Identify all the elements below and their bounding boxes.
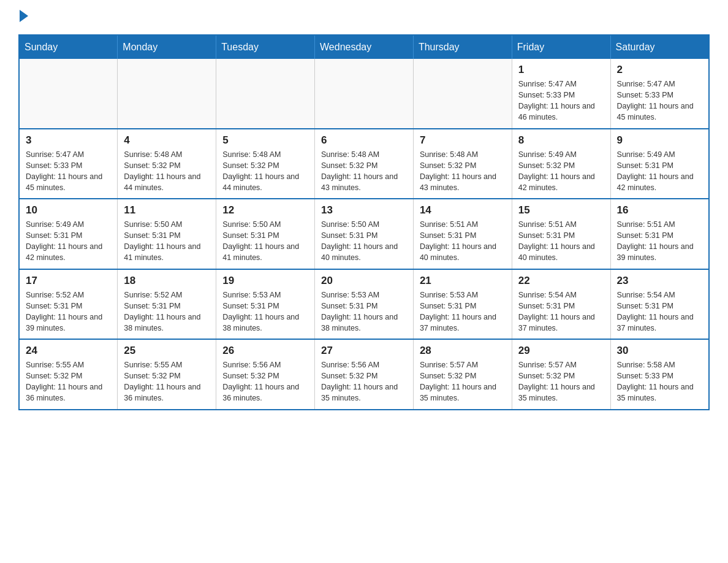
column-header-monday: Monday	[118, 35, 216, 59]
calendar-cell: 2Sunrise: 5:47 AMSunset: 5:33 PMDaylight…	[610, 59, 709, 129]
day-number: 30	[617, 345, 702, 357]
day-info: Sunrise: 5:48 AMSunset: 5:32 PMDaylight:…	[321, 149, 407, 194]
calendar-header-row: SundayMondayTuesdayWednesdayThursdayFrid…	[19, 35, 709, 59]
day-info: Sunrise: 5:51 AMSunset: 5:31 PMDaylight:…	[420, 219, 506, 264]
calendar-cell: 14Sunrise: 5:51 AMSunset: 5:31 PMDayligh…	[413, 199, 512, 269]
calendar-cell: 25Sunrise: 5:55 AMSunset: 5:32 PMDayligh…	[118, 339, 216, 410]
day-number: 3	[26, 134, 111, 147]
day-info: Sunrise: 5:56 AMSunset: 5:32 PMDaylight:…	[321, 359, 407, 404]
day-number: 28	[420, 345, 506, 357]
calendar-week-4: 17Sunrise: 5:52 AMSunset: 5:31 PMDayligh…	[19, 269, 709, 340]
day-info: Sunrise: 5:47 AMSunset: 5:33 PMDaylight:…	[26, 149, 111, 194]
calendar-cell: 13Sunrise: 5:50 AMSunset: 5:31 PMDayligh…	[315, 199, 414, 269]
page-header	[18, 12, 710, 22]
day-number: 26	[222, 345, 308, 357]
day-info: Sunrise: 5:49 AMSunset: 5:32 PMDaylight:…	[518, 149, 604, 194]
day-info: Sunrise: 5:58 AMSunset: 5:33 PMDaylight:…	[617, 359, 702, 404]
calendar-cell	[216, 59, 315, 129]
calendar-week-2: 3Sunrise: 5:47 AMSunset: 5:33 PMDaylight…	[19, 129, 709, 199]
calendar-cell: 5Sunrise: 5:48 AMSunset: 5:32 PMDaylight…	[216, 129, 315, 199]
day-info: Sunrise: 5:56 AMSunset: 5:32 PMDaylight:…	[222, 359, 308, 404]
day-number: 22	[518, 275, 604, 287]
day-number: 2	[617, 64, 702, 76]
day-number: 18	[124, 275, 210, 287]
day-info: Sunrise: 5:51 AMSunset: 5:31 PMDaylight:…	[518, 219, 604, 264]
day-info: Sunrise: 5:55 AMSunset: 5:32 PMDaylight:…	[26, 359, 111, 404]
logo-triangle-icon	[20, 10, 28, 22]
calendar-cell: 4Sunrise: 5:48 AMSunset: 5:32 PMDaylight…	[118, 129, 216, 199]
day-number: 17	[26, 275, 111, 287]
calendar-cell: 19Sunrise: 5:53 AMSunset: 5:31 PMDayligh…	[216, 269, 315, 340]
day-number: 16	[617, 204, 702, 216]
day-info: Sunrise: 5:57 AMSunset: 5:32 PMDaylight:…	[518, 359, 604, 404]
calendar-cell: 9Sunrise: 5:49 AMSunset: 5:31 PMDaylight…	[610, 129, 709, 199]
calendar-cell: 15Sunrise: 5:51 AMSunset: 5:31 PMDayligh…	[512, 199, 610, 269]
day-info: Sunrise: 5:52 AMSunset: 5:31 PMDaylight:…	[26, 289, 111, 334]
calendar-cell: 17Sunrise: 5:52 AMSunset: 5:31 PMDayligh…	[19, 269, 118, 340]
day-number: 10	[26, 204, 111, 216]
calendar-cell: 28Sunrise: 5:57 AMSunset: 5:32 PMDayligh…	[413, 339, 512, 410]
calendar-cell: 26Sunrise: 5:56 AMSunset: 5:32 PMDayligh…	[216, 339, 315, 410]
calendar-week-5: 24Sunrise: 5:55 AMSunset: 5:32 PMDayligh…	[19, 339, 709, 410]
day-info: Sunrise: 5:53 AMSunset: 5:31 PMDaylight:…	[222, 289, 308, 334]
day-info: Sunrise: 5:47 AMSunset: 5:33 PMDaylight:…	[518, 79, 604, 123]
day-number: 11	[124, 204, 210, 216]
day-number: 14	[420, 204, 506, 216]
calendar-cell: 29Sunrise: 5:57 AMSunset: 5:32 PMDayligh…	[512, 339, 610, 410]
day-info: Sunrise: 5:53 AMSunset: 5:31 PMDaylight:…	[420, 289, 506, 334]
calendar-cell	[118, 59, 216, 129]
calendar-cell: 16Sunrise: 5:51 AMSunset: 5:31 PMDayligh…	[610, 199, 709, 269]
day-number: 20	[321, 275, 407, 287]
day-info: Sunrise: 5:50 AMSunset: 5:31 PMDaylight:…	[321, 219, 407, 264]
day-info: Sunrise: 5:47 AMSunset: 5:33 PMDaylight:…	[617, 79, 702, 123]
calendar-cell: 11Sunrise: 5:50 AMSunset: 5:31 PMDayligh…	[118, 199, 216, 269]
calendar-week-3: 10Sunrise: 5:49 AMSunset: 5:31 PMDayligh…	[19, 199, 709, 269]
calendar-cell: 21Sunrise: 5:53 AMSunset: 5:31 PMDayligh…	[413, 269, 512, 340]
column-header-tuesday: Tuesday	[216, 35, 315, 59]
day-info: Sunrise: 5:50 AMSunset: 5:31 PMDaylight:…	[222, 219, 308, 264]
day-info: Sunrise: 5:53 AMSunset: 5:31 PMDaylight:…	[321, 289, 407, 334]
column-header-thursday: Thursday	[413, 35, 512, 59]
day-number: 1	[518, 64, 604, 76]
column-header-friday: Friday	[512, 35, 610, 59]
day-number: 4	[124, 134, 210, 147]
day-info: Sunrise: 5:54 AMSunset: 5:31 PMDaylight:…	[617, 289, 702, 334]
day-info: Sunrise: 5:50 AMSunset: 5:31 PMDaylight:…	[124, 219, 210, 264]
day-info: Sunrise: 5:48 AMSunset: 5:32 PMDaylight:…	[124, 149, 210, 194]
day-info: Sunrise: 5:48 AMSunset: 5:32 PMDaylight:…	[222, 149, 308, 194]
calendar-cell: 20Sunrise: 5:53 AMSunset: 5:31 PMDayligh…	[315, 269, 414, 340]
day-info: Sunrise: 5:57 AMSunset: 5:32 PMDaylight:…	[420, 359, 506, 404]
day-number: 25	[124, 345, 210, 357]
calendar-cell: 12Sunrise: 5:50 AMSunset: 5:31 PMDayligh…	[216, 199, 315, 269]
calendar-cell	[413, 59, 512, 129]
column-header-saturday: Saturday	[610, 35, 709, 59]
day-number: 23	[617, 275, 702, 287]
day-info: Sunrise: 5:48 AMSunset: 5:32 PMDaylight:…	[420, 149, 506, 194]
calendar-cell: 3Sunrise: 5:47 AMSunset: 5:33 PMDaylight…	[19, 129, 118, 199]
logo	[18, 12, 28, 22]
calendar-cell: 23Sunrise: 5:54 AMSunset: 5:31 PMDayligh…	[610, 269, 709, 340]
calendar-cell: 10Sunrise: 5:49 AMSunset: 5:31 PMDayligh…	[19, 199, 118, 269]
day-number: 21	[420, 275, 506, 287]
calendar-cell	[19, 59, 118, 129]
calendar-cell: 22Sunrise: 5:54 AMSunset: 5:31 PMDayligh…	[512, 269, 610, 340]
calendar-week-1: 1Sunrise: 5:47 AMSunset: 5:33 PMDaylight…	[19, 59, 709, 129]
day-number: 9	[617, 134, 702, 147]
calendar-cell	[315, 59, 414, 129]
calendar-cell: 1Sunrise: 5:47 AMSunset: 5:33 PMDaylight…	[512, 59, 610, 129]
day-info: Sunrise: 5:51 AMSunset: 5:31 PMDaylight:…	[617, 219, 702, 264]
day-number: 29	[518, 345, 604, 357]
calendar-cell: 30Sunrise: 5:58 AMSunset: 5:33 PMDayligh…	[610, 339, 709, 410]
day-number: 24	[26, 345, 111, 357]
calendar-cell: 7Sunrise: 5:48 AMSunset: 5:32 PMDaylight…	[413, 129, 512, 199]
day-number: 13	[321, 204, 407, 216]
day-info: Sunrise: 5:54 AMSunset: 5:31 PMDaylight:…	[518, 289, 604, 334]
calendar-cell: 18Sunrise: 5:52 AMSunset: 5:31 PMDayligh…	[118, 269, 216, 340]
day-number: 27	[321, 345, 407, 357]
calendar-table: SundayMondayTuesdayWednesdayThursdayFrid…	[18, 34, 710, 410]
day-info: Sunrise: 5:49 AMSunset: 5:31 PMDaylight:…	[617, 149, 702, 194]
day-info: Sunrise: 5:55 AMSunset: 5:32 PMDaylight:…	[124, 359, 210, 404]
day-number: 6	[321, 134, 407, 147]
day-number: 7	[420, 134, 506, 147]
day-info: Sunrise: 5:52 AMSunset: 5:31 PMDaylight:…	[124, 289, 210, 334]
